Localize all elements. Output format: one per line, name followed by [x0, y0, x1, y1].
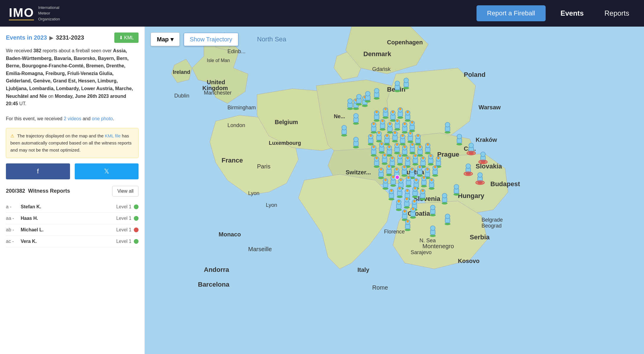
media-post: . — [113, 116, 114, 121]
region-list: Assia, Baden-Württemberg, Bavaria, Bavor… — [6, 48, 133, 99]
witness-reports-label: Witness Reports — [28, 188, 70, 194]
svg-point-68 — [397, 116, 403, 119]
show-trajectory-button[interactable]: Show Trajectory — [184, 33, 238, 46]
videos-link[interactable]: 2 videos — [64, 116, 82, 121]
svg-point-347 — [443, 194, 446, 196]
svg-text:Prague: Prague — [437, 151, 459, 158]
svg-point-323 — [470, 143, 472, 146]
view-all-button[interactable]: View all — [112, 186, 139, 197]
svg-point-180 — [412, 163, 418, 165]
svg-point-144 — [402, 154, 408, 157]
svg-point-292 — [410, 216, 416, 219]
witness-row[interactable]: ab - Michael L. Level 1 — [6, 224, 139, 236]
nav-events-link[interactable]: Events — [554, 6, 590, 20]
svg-point-171 — [391, 157, 393, 159]
map-controls: Map ▾ Show Trajectory — [151, 33, 238, 46]
org-name: International Meteor Organization — [38, 5, 60, 22]
witness-row[interactable]: a - Stefan K. Level 1 — [6, 201, 139, 213]
svg-point-72 — [405, 119, 411, 122]
kml-download-button[interactable]: ⬇ KML — [114, 33, 139, 43]
map-svg: North Sea — [145, 27, 644, 354]
svg-text:Slovakia: Slovakia — [476, 163, 502, 170]
report-fireball-button[interactable]: Report a Fireball — [477, 5, 546, 21]
svg-point-140 — [394, 152, 400, 154]
svg-point-330 — [465, 173, 471, 175]
svg-point-304 — [341, 134, 347, 137]
svg-text:N. Sea: N. Sea — [419, 238, 436, 243]
svg-point-79 — [373, 123, 375, 125]
svg-text:Sarajevo: Sarajevo — [411, 249, 432, 255]
svg-point-280 — [404, 206, 410, 209]
svg-text:Luxembourg: Luxembourg — [269, 140, 301, 146]
svg-point-136 — [386, 154, 392, 157]
witness-code: ac - — [6, 239, 21, 244]
witness-row[interactable]: aa - Haas H. Level 1 — [6, 213, 139, 224]
kml-file-link[interactable]: KML file — [105, 133, 121, 138]
event-title: Events in 2023 ▶ 3231-2023 — [6, 34, 84, 41]
svg-text:Beograd: Beograd — [482, 223, 502, 229]
svg-text:Gdańsk: Gdańsk — [372, 66, 391, 72]
svg-point-59 — [375, 111, 378, 113]
svg-point-196 — [378, 177, 384, 179]
witness-row[interactable]: ac - Vera K. Level 1 — [6, 236, 139, 247]
svg-text:Kosovo: Kosovo — [458, 258, 479, 264]
svg-point-211 — [403, 166, 406, 168]
svg-point-75 — [406, 111, 409, 113]
svg-point-259 — [390, 189, 393, 192]
svg-point-116 — [400, 143, 406, 145]
svg-point-287 — [413, 200, 416, 202]
svg-point-195 — [437, 157, 440, 159]
svg-point-179 — [406, 157, 409, 159]
svg-point-103 — [370, 134, 372, 137]
imo-underline — [9, 20, 34, 20]
svg-point-219 — [419, 166, 421, 168]
imo-logo: IMO — [9, 7, 34, 20]
imo-letters-text: IMO — [9, 7, 34, 19]
svg-point-340 — [453, 193, 459, 196]
svg-point-155 — [419, 146, 421, 148]
svg-point-87 — [389, 123, 391, 125]
svg-text:Serbia: Serbia — [470, 233, 490, 241]
svg-point-267 — [406, 189, 409, 192]
level-dot — [134, 216, 139, 221]
svg-point-48 — [353, 108, 359, 110]
svg-text:Ireland: Ireland — [173, 69, 190, 75]
svg-point-84 — [387, 131, 393, 134]
svg-point-88 — [394, 128, 400, 131]
svg-point-384 — [395, 175, 399, 179]
svg-text:Switzer...: Switzer... — [346, 169, 371, 176]
svg-point-71 — [399, 108, 401, 110]
svg-text:Budapest: Budapest — [490, 180, 520, 188]
svg-point-260 — [397, 196, 403, 198]
svg-point-231 — [384, 179, 387, 181]
svg-point-100 — [368, 143, 374, 145]
map-type-button[interactable]: Map ▾ — [151, 33, 180, 46]
map-area: Map ▾ Show Trajectory North Sea — [145, 27, 644, 354]
svg-point-239 — [400, 179, 402, 181]
svg-point-248 — [421, 185, 427, 187]
svg-point-215 — [411, 168, 413, 170]
svg-point-295 — [412, 208, 414, 210]
facebook-share-button[interactable]: f — [6, 163, 70, 179]
nav-reports-link[interactable]: Reports — [599, 6, 635, 20]
svg-point-348 — [430, 214, 436, 216]
svg-point-232 — [390, 184, 396, 187]
svg-point-372 — [374, 97, 380, 100]
photo-link[interactable]: one photo — [92, 116, 113, 121]
svg-point-367 — [358, 95, 360, 97]
svg-point-131 — [373, 146, 375, 148]
svg-point-83 — [381, 120, 384, 122]
svg-point-352 — [445, 223, 451, 225]
svg-point-63 — [384, 108, 387, 110]
svg-point-291 — [404, 210, 406, 212]
svg-point-148 — [409, 152, 415, 154]
twitter-share-button[interactable]: 𝕏 — [75, 163, 139, 179]
svg-point-52 — [362, 105, 368, 107]
trajectory-notice: ⚠ The trajectory displayed on the map an… — [6, 128, 139, 158]
witness-name: Vera K. — [21, 239, 116, 244]
events-in-label[interactable]: Events in 2023 — [6, 34, 47, 41]
svg-point-379 — [396, 81, 399, 84]
desc-post2: on — [47, 94, 55, 99]
svg-text:Rome: Rome — [372, 284, 388, 291]
header: IMO International Meteor Organization Re… — [0, 0, 644, 27]
